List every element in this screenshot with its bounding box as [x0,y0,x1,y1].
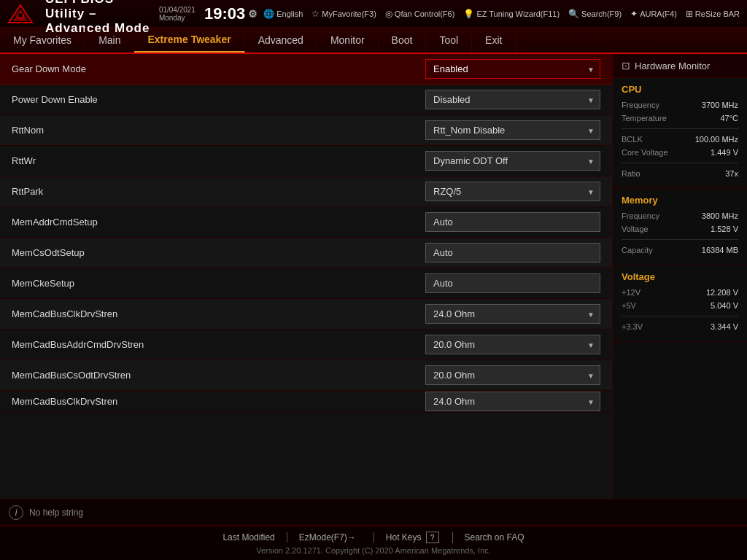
hw-5v-row: +5V 5.040 V [622,301,738,310]
hw-divider-2 [622,163,738,163]
svg-point-2 [18,12,23,18]
memcadbusaddrcmddrvstren-dropdown[interactable]: 20.0 Ohm 24.0 Ohm 28.8 Ohm ▼ [425,335,600,354]
navbar: My Favorites Main Extreme Tweaker Advanc… [0,28,747,54]
hw-ratio-label: Ratio [622,169,640,178]
hw-memory-section: Memory Frequency 3800 MHz Voltage 1.528 … [613,189,747,265]
gear-down-mode-label: Gear Down Mode [12,63,425,74]
qfan-button[interactable]: ◎ Qfan Control(F6) [385,9,455,19]
hw-corevoltage-row: Core Voltage 1.449 V [622,148,738,157]
eztuning-button[interactable]: 💡 EZ Tuning Wizard(F11) [463,9,560,19]
power-down-enable-dropdown[interactable]: Disabled Enabled Auto ▼ [425,90,600,109]
hw-divider-4 [622,316,738,316]
setting-memcadbusclkdrvstren: MemCadBusClkDrvStren 24.0 Ohm 20.0 Ohm 2… [0,299,612,330]
footer-copyright: Version 2.20.1271. Copyright (C) 2020 Am… [256,546,491,555]
gear-down-mode-dropdown[interactable]: Enabled Disabled Auto ▼ [425,59,600,79]
resizebar-label: ReSize BAR [695,9,740,18]
setting-memcsodtsetup: MemCsOdtSetup [0,238,612,268]
search-icon: 🔍 [568,9,579,19]
memcadbusclkdrvstren-value: 24.0 Ohm 20.0 Ohm 28.8 Ohm ▼ [425,304,600,324]
hw-mem-frequency-value: 3800 MHz [702,211,738,220]
setting-rttnom: RttNom Rtt_Nom Disable RZQ/4 RZQ/2 RZQ/6… [0,115,612,146]
nav-item-tool[interactable]: Tool [426,28,472,52]
memcadbuscsodtdrvstren-label: MemCadBusCsOdtDrvStren [12,370,425,381]
rttpark-value: RZQ/5 RZQ/4 RZQ/2 ▼ [425,182,600,201]
gear-down-mode-select[interactable]: Enabled Disabled Auto [425,59,600,79]
memcadbusclkdrvstren-2-select[interactable]: 24.0 Ohm [425,392,600,411]
setting-memckesetup: MemCkeSetup [0,268,612,299]
resizebar-button[interactable]: ⊞ ReSize BAR [686,9,740,19]
nav-item-main[interactable]: Main [85,28,134,52]
eztuning-label: EZ Tuning Wizard(F11) [476,9,560,18]
setting-memcadbuscsodtdrvstren: MemCadBusCsOdtDrvStren 20.0 Ohm 24.0 Ohm… [0,360,612,391]
memcadbusclkdrvstren-dropdown[interactable]: 24.0 Ohm 20.0 Ohm 28.8 Ohm ▼ [425,304,600,324]
hw-33v-value: 3.344 V [711,322,738,331]
memckesetup-input[interactable] [425,273,600,293]
hw-memory-title: Memory [622,195,738,206]
nav-item-monitor[interactable]: Monitor [317,28,379,52]
memcadbusclkdrvstren-2-dropdown[interactable]: 24.0 Ohm ▼ [425,392,600,411]
nav-item-boot[interactable]: Boot [379,28,427,52]
footer-hotkeys[interactable]: Hot Keys ? [374,532,453,543]
date: 01/04/2021 [159,6,196,14]
hw-mem-capacity-row: Capacity 16384 MB [622,246,738,254]
footer-last-modified[interactable]: Last Modified [211,532,287,542]
myfavorite-button[interactable]: ☆ MyFavorite(F3) [311,9,376,19]
memcadbusclkdrvstren-select[interactable]: 24.0 Ohm 20.0 Ohm 28.8 Ohm [425,304,600,324]
hw-cpu-frequency-label: Frequency [622,101,659,109]
rttpark-select[interactable]: RZQ/5 RZQ/4 RZQ/2 [425,182,600,201]
footer-search-faq[interactable]: Search on FAQ [453,532,536,542]
memcadbuscsodtdrvstren-dropdown[interactable]: 20.0 Ohm 24.0 Ohm 28.8 Ohm ▼ [425,365,600,385]
hw-bclk-value: 100.00 MHz [695,135,738,144]
footer-ezmode-label: EzMode(F7)→ [299,532,356,542]
footer-ezmode[interactable]: EzMode(F7)→ [287,532,374,542]
fan-icon: ◎ [385,9,392,19]
hw-12v-row: +12V 12.208 V [622,288,738,297]
setting-power-down-enable: Power Down Enable Disabled Enabled Auto … [0,85,612,115]
setting-gear-down-mode: Gear Down Mode Enabled Disabled Auto ▼ [0,54,612,85]
help-icon: i [9,505,23,520]
settings-icon[interactable]: ⚙ [248,9,258,19]
memcsodtsetup-input[interactable] [425,243,600,262]
setting-memcadbusaddrcmddrvstren: MemCadBusAddrCmdDrvStren 20.0 Ohm 24.0 O… [0,330,612,360]
hw-ratio-row: Ratio 37x [622,169,738,178]
memcadbusaddrcmddrvstren-select[interactable]: 20.0 Ohm 24.0 Ohm 28.8 Ohm [425,335,600,354]
power-down-enable-value: Disabled Enabled Auto ▼ [425,90,600,109]
rttwr-select[interactable]: Dynamic ODT Off RZQ/2 RZQ/1 [425,151,600,171]
nav-item-extreme-tweaker[interactable]: Extreme Tweaker [134,28,244,52]
gear-down-mode-value: Enabled Disabled Auto ▼ [425,59,600,79]
hw-bclk-row: BCLK 100.00 MHz [622,135,738,144]
language-selector[interactable]: 🌐 English [263,9,303,19]
hw-mem-voltage-label: Voltage [622,225,649,233]
rttnom-select[interactable]: Rtt_Nom Disable RZQ/4 RZQ/2 RZQ/6 [425,120,600,140]
setting-memcadbusclkdrvstren-2: MemCadBusClkDrvStren 24.0 Ohm ▼ [0,391,612,413]
search-button[interactable]: 🔍 Search(F9) [568,9,622,19]
search-label: Search(F9) [581,9,622,18]
footer: Last Modified EzMode(F7)→ Hot Keys ? Sea… [0,525,747,560]
rttnom-dropdown[interactable]: Rtt_Nom Disable RZQ/4 RZQ/2 RZQ/6 ▼ [425,120,600,140]
hw-monitor-header: ⊡ Hardware Monitor [613,54,747,78]
language-label: English [276,9,303,18]
memaddrcmdsetup-input[interactable] [425,212,600,232]
power-down-enable-select[interactable]: Disabled Enabled Auto [425,90,600,109]
nav-item-advanced[interactable]: Advanced [245,28,317,52]
hw-corevoltage-value: 1.449 V [711,148,738,157]
nav-item-exit[interactable]: Exit [472,28,516,52]
setting-rttpark: RttPark RZQ/5 RZQ/4 RZQ/2 ▼ [0,176,612,207]
resize-icon: ⊞ [686,9,693,19]
hw-33v-label: +3.3V [622,322,643,331]
nav-item-my-favorites[interactable]: My Favorites [0,28,85,52]
hw-mem-capacity-value: 16384 MB [702,246,738,254]
hotkey-key: ? [426,532,439,543]
hw-cpu-temp-label: Temperature [622,114,667,122]
hw-mem-frequency-label: Frequency [622,211,659,220]
time-display: 19:03 [204,6,245,22]
header-actions: 🌐 English ☆ MyFavorite(F3) ◎ Qfan Contro… [263,9,740,19]
memcadbuscsodtdrvstren-select[interactable]: 20.0 Ohm 24.0 Ohm 28.8 Ohm [425,365,600,385]
hw-voltage-section: Voltage +12V 12.208 V +5V 5.040 V +3.3V … [613,265,747,342]
memcadbuscsodtdrvstren-value: 20.0 Ohm 24.0 Ohm 28.8 Ohm ▼ [425,365,600,385]
rttpark-dropdown[interactable]: RZQ/5 RZQ/4 RZQ/2 ▼ [425,182,600,201]
hw-12v-value: 12.208 V [706,288,738,297]
aura-button[interactable]: ✦ AURA(F4) [630,9,677,19]
rttwr-dropdown[interactable]: Dynamic ODT Off RZQ/2 RZQ/1 ▼ [425,151,600,171]
aura-icon: ✦ [630,9,638,19]
